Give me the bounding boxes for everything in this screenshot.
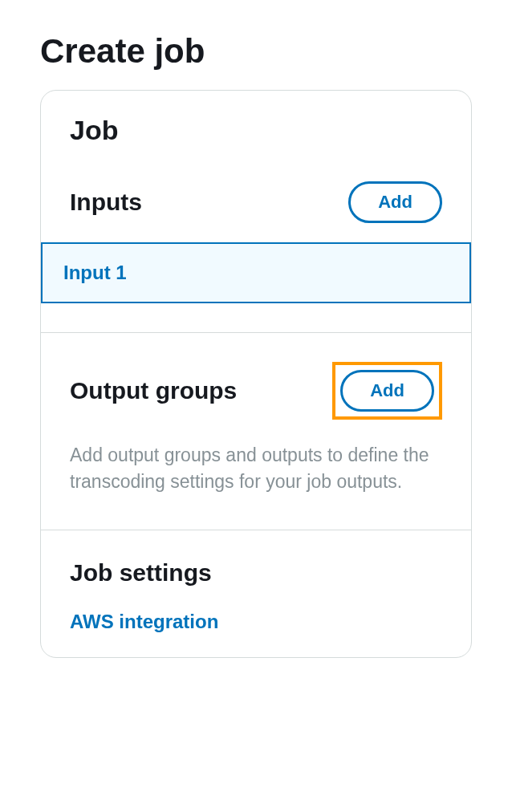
panel-title: Job: [70, 115, 442, 146]
job-settings-section: Job settings AWS integration: [41, 530, 471, 657]
aws-integration-link[interactable]: AWS integration: [70, 611, 442, 633]
output-groups-title: Output groups: [70, 377, 237, 404]
inputs-title: Inputs: [70, 189, 142, 216]
highlight-box: Add: [332, 362, 442, 420]
output-groups-header: Output groups Add: [70, 362, 442, 420]
job-panel: Job Inputs Add Input 1 Output groups Add…: [40, 90, 472, 658]
input-item[interactable]: Input 1: [41, 242, 471, 303]
page-title: Create job: [40, 32, 472, 71]
inputs-header: Inputs Add: [70, 165, 442, 223]
output-groups-section: Output groups Add Add output groups and …: [41, 333, 471, 530]
job-settings-title: Job settings: [70, 559, 442, 587]
output-groups-helper: Add output groups and outputs to define …: [70, 442, 442, 496]
panel-header: Job: [41, 91, 471, 165]
input-item-label: Input 1: [63, 262, 127, 283]
inputs-section: Inputs Add Input 1: [41, 165, 471, 332]
add-input-button[interactable]: Add: [348, 181, 442, 223]
add-output-group-button[interactable]: Add: [340, 370, 434, 412]
